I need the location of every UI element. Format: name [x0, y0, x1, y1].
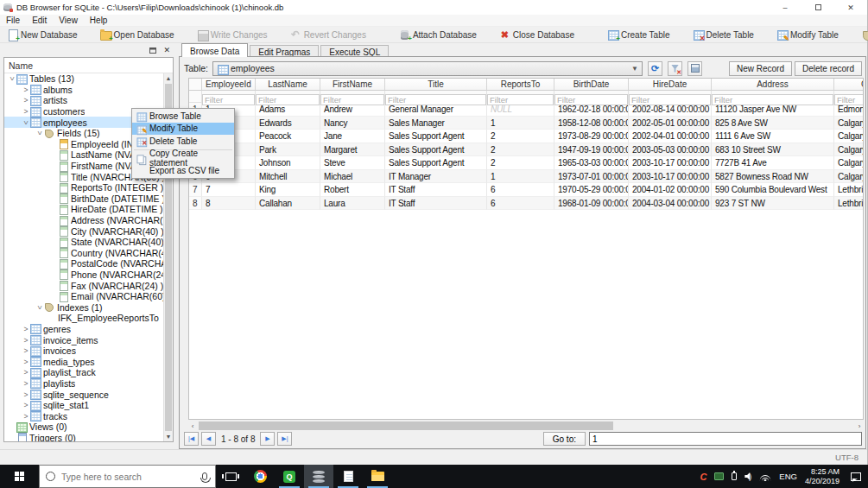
grid-cell[interactable]: 683 10 Street SW — [712, 143, 834, 157]
grid-cell[interactable]: Sales Support Agent — [385, 130, 487, 143]
modify-table-button[interactable]: ✎Modify Table — [773, 28, 844, 42]
grid-cell[interactable]: 2 — [487, 156, 554, 170]
create-table-button[interactable]: +Create Table — [604, 28, 675, 42]
tree-item-city-nvarchar-40[interactable]: City (NVARCHAR(40) ) — [4, 225, 163, 237]
taskbar-notepad[interactable] — [333, 465, 363, 488]
expander-icon[interactable]: > — [22, 379, 30, 388]
grid-cell[interactable]: Callahan — [256, 197, 320, 211]
delete-record-button[interactable]: Delete record — [795, 61, 862, 76]
maximize-button[interactable] — [814, 3, 822, 12]
tray-green-icon[interactable] — [714, 472, 724, 480]
table-row[interactable]: 22EdwardsNancySales Manager11958-12-08 0… — [189, 117, 863, 130]
grid-cell[interactable]: 1970-05-29 00:00:00 — [554, 183, 629, 197]
grid-cell[interactable]: Calgary — [834, 130, 864, 143]
grid-cell[interactable]: 7727B 41 Ave — [712, 156, 834, 170]
grid-cell[interactable]: Jane — [320, 130, 385, 143]
wifi-icon[interactable] — [759, 472, 771, 481]
save-view-button[interactable] — [687, 61, 702, 76]
scroll-down-icon[interactable]: ▼ — [164, 432, 173, 441]
grid-cell[interactable]: Steve — [320, 156, 385, 170]
grid-cell[interactable]: Nancy — [320, 117, 385, 130]
clear-filters-button[interactable] — [668, 61, 682, 76]
expander-icon[interactable]: > — [35, 303, 44, 312]
context-menu-item-modify-table[interactable]: ✎Modify Table — [132, 123, 234, 136]
grid-cell[interactable]: 6 — [487, 183, 554, 197]
delete-table-button[interactable]: ✕Delete Table — [689, 28, 759, 42]
horizontal-scrollbar[interactable]: ‹ › — [188, 421, 864, 431]
close-database-button[interactable]: ✖Close Database — [496, 28, 580, 42]
tab-edit-pragmas[interactable]: Edit Pragmas — [250, 45, 319, 57]
close-panel-icon[interactable]: ✕ — [163, 47, 170, 54]
grid-cell[interactable]: Lethbridge — [834, 197, 864, 211]
tree-item-country-nvarchar-40[interactable]: Country (NVARCHAR(40) ) — [4, 248, 163, 259]
expander-icon[interactable]: > — [22, 368, 30, 377]
tab-execute-sql[interactable]: Execute SQL — [320, 45, 389, 57]
close-button[interactable]: ✕ — [846, 3, 855, 12]
tree-item-tables-13[interactable]: >Tables (13) — [4, 73, 163, 85]
scroll-left-icon[interactable]: ‹ — [188, 422, 197, 430]
tree-item-birthdate-datetime[interactable]: BirthDate (DATETIME ) — [4, 193, 163, 205]
grid-cell[interactable]: Michael — [320, 170, 385, 184]
grid-cell[interactable]: NULL — [487, 103, 554, 117]
expander-icon[interactable]: > — [22, 118, 30, 127]
expander-icon[interactable]: > — [22, 358, 30, 366]
grid-cell[interactable]: 5827 Bowness Road NW — [712, 170, 834, 184]
grid-cell[interactable]: 1968-01-09 00:00:00 — [554, 197, 629, 211]
usb-icon[interactable] — [732, 472, 737, 480]
table-row[interactable]: 77KingRobertIT Staff61970-05-29 00:00:00… — [189, 183, 863, 197]
grid-cell[interactable]: 1 — [487, 117, 554, 130]
grid-cell[interactable]: 7 — [202, 183, 256, 197]
taskbar-chrome[interactable] — [245, 465, 275, 488]
expander-icon[interactable]: > — [22, 346, 30, 355]
menu-edit[interactable]: Edit — [26, 16, 53, 25]
table-row[interactable]: 88CallahanLauraIT Staff61968-01-09 00:00… — [189, 197, 863, 211]
tree-item-sqlite-stat1[interactable]: >sqlite_stat1 — [4, 400, 163, 411]
grid-cell[interactable]: Laura — [320, 197, 385, 211]
expander-icon[interactable]: > — [22, 412, 30, 421]
grid-cell[interactable]: Lethbridge — [834, 183, 864, 197]
column-header-city[interactable]: City — [834, 79, 864, 91]
tree-item-fax-nvarchar-24[interactable]: Fax (NVARCHAR(24) ) — [4, 280, 163, 291]
new-database-button[interactable]: +New Database — [3, 28, 83, 42]
grid-cell[interactable]: 8 — [202, 197, 256, 211]
grid-cell[interactable]: Park — [256, 143, 320, 157]
taskbar-db-browser[interactable] — [304, 465, 333, 488]
table-row[interactable]: 55JohnsonSteveSales Support Agent21965-0… — [189, 156, 863, 170]
attach-database-button[interactable]: +Attach Database — [396, 28, 482, 42]
taskbar-green-app[interactable]: Q — [275, 465, 304, 488]
grid-cell[interactable]: 6 — [487, 197, 554, 211]
table-row[interactable]: 66MitchellMichaelIT Manager11973-07-01 0… — [189, 170, 863, 184]
create-index-button[interactable]: +Create Index — [858, 28, 868, 42]
context-menu-item-delete-table[interactable]: ✕Delete Table — [132, 135, 234, 148]
last-record-button[interactable]: ▶| — [277, 432, 292, 446]
grid-cell[interactable]: 825 8 Ave SW — [712, 117, 834, 130]
grid-cell[interactable]: Edwards — [256, 117, 320, 130]
tree-item-genres[interactable]: >genres — [4, 324, 163, 335]
context-menu-item-browse-table[interactable]: Browse Table — [132, 110, 234, 123]
tree-item-hiredate-datetime[interactable]: HireDate (DATETIME ) — [4, 204, 163, 215]
tree-item-email-nvarchar-60[interactable]: Email (NVARCHAR(60) ) — [4, 291, 163, 302]
task-view-button[interactable] — [216, 465, 245, 488]
grid-cell[interactable]: IT Staff — [385, 183, 487, 197]
grid-cell[interactable]: Adams — [256, 103, 320, 117]
grid-cell[interactable]: 923 7 ST NW — [712, 197, 834, 211]
grid-cell[interactable]: Calgary — [834, 117, 864, 130]
tree-item-state-nvarchar-40[interactable]: State (NVARCHAR(40) ) — [4, 237, 163, 248]
expander-icon[interactable]: > — [22, 401, 30, 409]
tree-item-albums[interactable]: >albums — [4, 85, 163, 96]
grid-cell[interactable]: 1973-08-29 00:00:00 — [554, 130, 629, 143]
grid-cell[interactable]: IT Staff — [385, 197, 487, 211]
grid-cell[interactable]: Sales Manager — [385, 117, 487, 130]
context-menu-item-copy-create-statement[interactable]: Copy Create statement — [132, 152, 234, 165]
grid-cell[interactable]: Sales Support Agent — [385, 156, 487, 170]
grid-cell[interactable]: 2 — [487, 130, 554, 143]
grid-cell[interactable]: IT Manager — [385, 170, 487, 184]
grid-cell[interactable]: 2002-08-14 00:00:00 — [629, 103, 712, 117]
grid-cell[interactable]: King — [256, 183, 320, 197]
goto-input[interactable] — [589, 432, 862, 446]
tree-item-playlists[interactable]: >playlists — [4, 378, 163, 390]
grid-cell[interactable]: Edmonton — [834, 103, 864, 117]
new-record-button[interactable]: New Record — [729, 61, 792, 76]
refresh-button[interactable]: ⟳ — [648, 61, 662, 76]
menu-help[interactable]: Help — [84, 16, 114, 25]
